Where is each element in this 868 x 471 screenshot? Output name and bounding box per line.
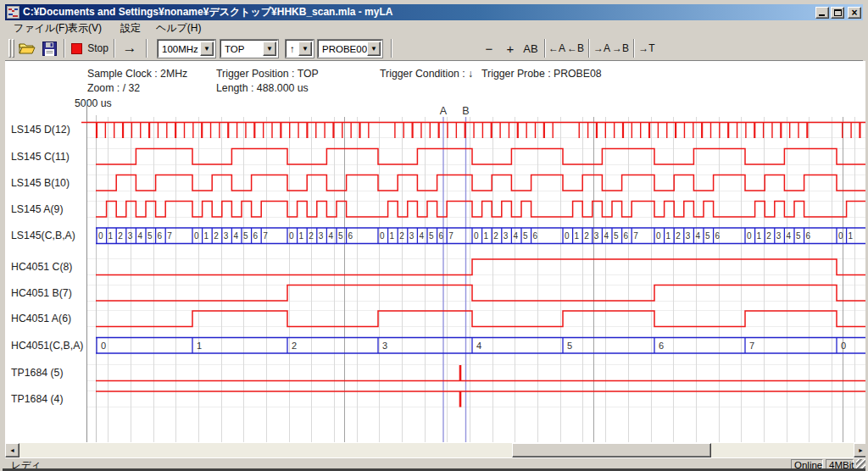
zoom-out-button[interactable]: − [481, 38, 498, 58]
title-bar[interactable]: C:¥Documents and Settings¥noname¥デスクトップ¥… [5, 4, 863, 20]
chevron-down-icon[interactable]: ▼ [367, 42, 381, 56]
menu-bar: ファイル(F) 表示(V) 設定 ヘルプ(H) [5, 20, 863, 36]
svg-text:1: 1 [108, 231, 114, 241]
plus-icon: + [507, 42, 515, 56]
waveform-plot[interactable]: AB01234567012345670123456012345670123456… [5, 61, 868, 443]
svg-text:2: 2 [676, 231, 681, 241]
svg-text:6: 6 [439, 231, 444, 241]
svg-text:1: 1 [197, 341, 202, 351]
minimize-icon [819, 14, 825, 16]
svg-text:7: 7 [633, 231, 638, 241]
svg-text:6: 6 [806, 231, 811, 241]
waveform-ls145-d-12- [81, 123, 868, 139]
ab-label: AB [523, 42, 537, 55]
chevron-down-icon[interactable]: ▼ [298, 42, 312, 56]
svg-text:2: 2 [493, 231, 498, 241]
goto-marker-b-left-button[interactable]: ←B [566, 38, 585, 58]
open-file-button[interactable] [17, 38, 37, 58]
svg-text:2: 2 [292, 341, 297, 351]
trigger-position-combo[interactable]: TOP ▼ [220, 40, 278, 58]
sample-clock-combo[interactable]: 100MHz ▼ [158, 40, 215, 58]
svg-text:1: 1 [204, 231, 209, 241]
svg-text:2: 2 [399, 231, 404, 241]
trigger-edge-combo[interactable]: ↑ ▼ [286, 40, 314, 58]
toolbar-grip[interactable] [8, 39, 11, 58]
svg-text:1: 1 [666, 231, 671, 241]
waveform-area[interactable]: Sample Clock : 2MHz Trigger Position : T… [5, 61, 868, 443]
svg-text:7: 7 [167, 231, 172, 241]
zoom-in-button[interactable]: + [502, 38, 519, 58]
svg-text:6: 6 [158, 231, 163, 241]
svg-text:6: 6 [659, 341, 664, 351]
menu-help[interactable]: ヘルプ(H) [153, 21, 205, 35]
window-title: C:¥Documents and Settings¥noname¥デスクトップ¥… [23, 5, 814, 19]
horizontal-scrollbar[interactable]: ◄ ► [5, 443, 868, 457]
svg-text:1: 1 [849, 231, 854, 241]
waveform-hc4051-c-8- [96, 259, 868, 275]
svg-text:1: 1 [484, 231, 489, 241]
marker-a-label: A [440, 105, 448, 117]
close-button[interactable]: × [848, 7, 861, 19]
goto-marker-a-left-button[interactable]: ←A [548, 38, 566, 58]
svg-text:6: 6 [253, 231, 259, 241]
svg-text:0: 0 [838, 231, 843, 241]
waveform-hc4051-a-6- [96, 311, 868, 327]
svg-text:6: 6 [715, 231, 721, 241]
chevron-down-icon[interactable]: ▼ [263, 42, 276, 56]
save-button[interactable] [39, 38, 59, 58]
svg-text:2: 2 [214, 231, 219, 241]
svg-text:4: 4 [604, 231, 609, 241]
svg-text:3: 3 [504, 231, 509, 241]
minimize-button[interactable] [815, 7, 829, 19]
menu-view[interactable]: 表示(V) [64, 21, 105, 35]
menu-file[interactable]: ファイル(F) [10, 21, 71, 35]
svg-text:1: 1 [299, 231, 304, 241]
floppy-icon [42, 42, 57, 56]
stop-button[interactable]: Stop [70, 38, 109, 58]
svg-text:5: 5 [796, 231, 801, 241]
svg-text:7: 7 [749, 341, 754, 351]
goto-marker-b-right-button[interactable]: →B [611, 38, 630, 58]
toolbar-grip[interactable] [12, 39, 14, 58]
svg-text:7: 7 [448, 231, 453, 241]
svg-text:6: 6 [533, 231, 538, 241]
svg-text:1: 1 [757, 231, 762, 241]
chevron-down-icon[interactable]: ▼ [200, 42, 214, 56]
svg-text:3: 3 [382, 341, 387, 351]
svg-text:5: 5 [705, 231, 710, 241]
goto-trigger-button[interactable]: →T [637, 38, 656, 58]
trigger-probe-value: PROBE00 [322, 42, 367, 56]
svg-text:3: 3 [224, 231, 229, 241]
svg-text:4: 4 [476, 341, 481, 351]
right-t-icon: →T [638, 42, 654, 54]
toolbar-separator [146, 39, 147, 58]
svg-text:1: 1 [390, 231, 395, 241]
svg-text:4: 4 [513, 231, 518, 241]
menu-settings[interactable]: 設定 [117, 21, 144, 35]
svg-text:7: 7 [263, 231, 268, 241]
close-icon: × [849, 7, 860, 19]
zoom-ab-button[interactable]: AB [520, 38, 542, 58]
waveform-hc4051-b-7- [96, 285, 868, 302]
goto-marker-a-right-button[interactable]: →A [593, 38, 611, 58]
scroll-left-button[interactable]: ◄ [5, 443, 19, 457]
svg-text:6: 6 [348, 231, 353, 241]
maximize-button[interactable] [831, 7, 844, 19]
svg-text:3: 3 [409, 231, 415, 241]
maximize-icon [834, 9, 842, 16]
toolbar-separator [633, 39, 635, 58]
toolbar: Stop → − + AB ←A ←B →A →B →T [5, 36, 863, 61]
svg-text:2: 2 [766, 231, 771, 241]
scrollbar-thumb[interactable] [512, 443, 711, 457]
svg-text:3: 3 [594, 231, 599, 241]
right-a-icon: →A [593, 42, 610, 54]
sample-clock-value: 100MHz [162, 42, 198, 56]
waveform-ls145-c-11- [96, 149, 868, 165]
run-button[interactable]: → [119, 38, 141, 58]
svg-text:4: 4 [328, 231, 333, 241]
toolbar-grip[interactable] [391, 39, 392, 58]
trigger-probe-combo[interactable]: PROBE00 ▼ [318, 40, 382, 58]
svg-text:4: 4 [695, 231, 700, 241]
scroll-right-button[interactable]: ► [854, 443, 868, 457]
svg-text:5: 5 [523, 231, 528, 241]
